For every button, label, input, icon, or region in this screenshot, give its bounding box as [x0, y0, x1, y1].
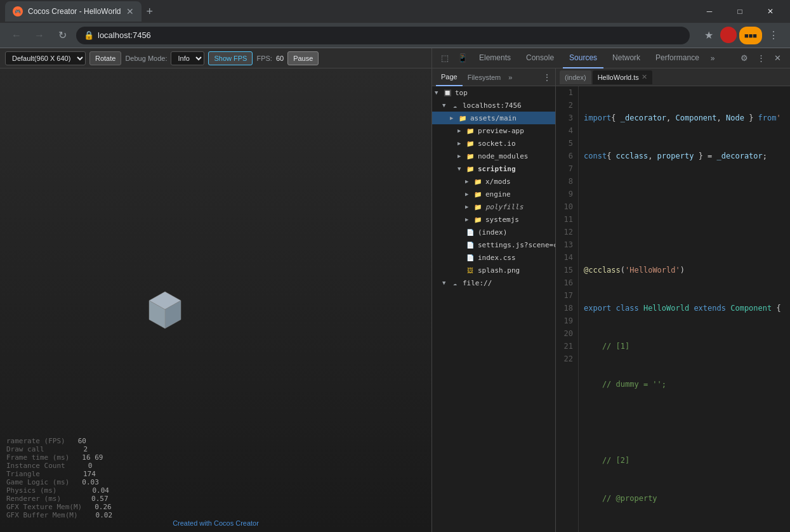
back-btn[interactable]: ←: [8, 27, 25, 44]
code-line-1: import { _decorator, Component, Node } f…: [584, 112, 785, 124]
file-png-icon: 🖼: [465, 265, 475, 275]
stat-gfxtexture: GFX Texture Mem(M)0.26: [6, 503, 112, 511]
tree-item-settings[interactable]: ▶ 📄 settings.js?scene=curre: [432, 238, 555, 251]
tab-network[interactable]: Network: [606, 48, 647, 68]
active-tab[interactable]: 🎮 Cocos Creator - HelloWorld ✕: [5, 1, 142, 22]
code-line-7: // [1]: [584, 340, 785, 353]
game-viewport: Default(960 X 640) Rotate Debug Mode: In…: [0, 48, 431, 532]
tab-elements[interactable]: Elements: [473, 48, 517, 68]
ft-menu-btn[interactable]: ⋮: [543, 72, 551, 82]
file-css-icon: 📄: [465, 252, 475, 263]
tab-title: Cocos Creator - HelloWorld: [28, 7, 121, 16]
maximize-btn[interactable]: □: [725, 1, 754, 22]
extension-btn[interactable]: ■■■: [739, 27, 762, 44]
tab-performance[interactable]: Performance: [649, 48, 706, 68]
code-line-9: [584, 416, 785, 429]
rotate-btn[interactable]: Rotate: [89, 51, 121, 65]
refresh-btn[interactable]: ↻: [53, 27, 71, 44]
devtools-device-btn[interactable]: 📱: [455, 51, 470, 66]
browser-chrome: 🎮 Cocos Creator - HelloWorld ✕ + ─ □ ✕ ←…: [0, 0, 790, 48]
tree-item-splash[interactable]: ▶ 🖼 splash.png: [432, 264, 555, 276]
ft-more-btn[interactable]: »: [508, 74, 512, 81]
pause-btn[interactable]: Pause: [287, 51, 319, 65]
tree-item-localhost[interactable]: ▼ ☁ localhost:7456: [432, 99, 555, 112]
code-line-11: // @property: [584, 492, 785, 505]
stat-drawcall: Draw call2: [6, 445, 112, 453]
tab-close-btn[interactable]: ✕: [126, 6, 134, 16]
debug-mode-select[interactable]: Info: [171, 51, 204, 65]
stat-instancecount: Instance Count0: [6, 462, 112, 470]
resolution-select[interactable]: Default(960 X 640): [5, 51, 86, 65]
devtools-kebab-btn[interactable]: ⋮: [753, 51, 768, 66]
tree-item-engine[interactable]: ▶ 📁 engine: [432, 188, 555, 200]
fps-label: FPS:: [256, 55, 272, 62]
tab-sources[interactable]: Sources: [563, 48, 603, 68]
tree-item-assets-main[interactable]: ▶ 📁 assets/main: [432, 112, 555, 124]
devtools-inspect-btn[interactable]: ⬚: [437, 51, 452, 66]
show-fps-btn[interactable]: Show FPS: [208, 51, 253, 65]
editor-tab-helloworld[interactable]: HelloWorld.ts ✕: [593, 70, 652, 84]
tree-item-xmods[interactable]: ▶ 📁 x/mods: [432, 175, 555, 188]
ft-tab-filesystem[interactable]: Filesystem: [463, 68, 506, 86]
code-line-6: export class HelloWorld extends Componen…: [584, 302, 785, 315]
main-content: Default(960 X 640) Rotate Debug Mode: In…: [0, 48, 790, 532]
tab-bar: 🎮 Cocos Creator - HelloWorld ✕ + ─ □ ✕: [0, 0, 790, 23]
code-line-10: // [2]: [584, 454, 785, 467]
devtools-close-btn[interactable]: ✕: [770, 51, 785, 66]
minimize-btn[interactable]: ─: [695, 1, 724, 22]
folder-orange-icon: 📁: [465, 126, 475, 136]
devtools-settings-btn[interactable]: ⚙: [737, 51, 752, 66]
tree-item-scripting[interactable]: ▼ 📁 scripting: [432, 162, 555, 175]
editor-tab-close-btn[interactable]: ✕: [642, 73, 647, 81]
code-line-3: [584, 188, 785, 200]
url-text: localhost:7456: [98, 30, 151, 40]
ft-tab-page[interactable]: Page: [436, 68, 463, 86]
code-line-2: const { ccclass, property } = _decorator…: [584, 150, 785, 162]
code-content: 12345 678910 1112131415 1617181920 2122 …: [556, 86, 790, 532]
menu-btn[interactable]: ⋮: [765, 27, 782, 44]
stat-physics: Physics (ms)0.04: [6, 486, 112, 495]
forward-btn[interactable]: →: [30, 27, 48, 44]
tree-item-socket-io[interactable]: ▶ 📁 socket.io: [432, 137, 555, 150]
tree-item-index-css[interactable]: ▶ 📄 index.css: [432, 251, 555, 264]
code-editor: (index) HelloWorld.ts ✕ 12345 678910 111…: [556, 68, 790, 532]
url-box[interactable]: 🔒 localhost:7456: [76, 27, 690, 44]
devtools-source-area: Page Filesystem » ⋮ ▼ 🔲 top ▼ ☁: [432, 68, 790, 532]
stat-triangle: Triangle174: [6, 470, 112, 478]
created-by-link[interactable]: Cocos Creator: [214, 519, 259, 527]
devtools-actions: ⚙ ⋮ ✕: [737, 51, 785, 66]
stat-framerate: ramerate (FPS)60: [6, 437, 112, 445]
stat-gamelogic: Game Logic (ms)0.03: [6, 478, 112, 486]
devtools-panel: ⬚ 📱 Elements Console Sources Network Per…: [431, 48, 790, 532]
tree-item-polyfills[interactable]: ▶ 📁 polyfills: [432, 200, 555, 213]
cube-3d: [140, 287, 190, 339]
editor-tab-index[interactable]: (index): [560, 70, 591, 84]
game-screen: ramerate (FPS)60 Draw call2 Frame time (…: [0, 68, 431, 532]
folder-engine-icon: 📁: [473, 189, 483, 199]
stats-overlay: ramerate (FPS)60 Draw call2 Frame time (…: [6, 437, 112, 519]
tree-item-preview-app[interactable]: ▶ 📁 preview-app: [432, 124, 555, 137]
source-code[interactable]: import { _decorator, Component, Node } f…: [579, 86, 790, 532]
created-by-prefix: Created with: [173, 519, 212, 527]
devtools-more-tabs[interactable]: »: [708, 54, 718, 63]
address-actions: ★ ■■■ ⋮: [700, 27, 782, 44]
new-tab-btn[interactable]: +: [142, 3, 159, 21]
tree-item-top[interactable]: ▼ 🔲 top: [432, 86, 555, 99]
tree-item-systemjs[interactable]: ▶ 📁 systemjs: [432, 213, 555, 226]
stat-frametime: Frame time (ms)16 69: [6, 453, 112, 462]
tab-console[interactable]: Console: [520, 48, 560, 68]
bookmark-btn[interactable]: ★: [700, 27, 718, 44]
file-tree-tabs: Page Filesystem » ⋮: [432, 68, 555, 86]
window-controls: ─ □ ✕: [695, 1, 785, 22]
file-tree: ▼ 🔲 top ▼ ☁ localhost:7456 ▶ 📁 asset: [432, 86, 555, 532]
tree-item-index[interactable]: ▶ 📄 (index): [432, 226, 555, 238]
close-btn[interactable]: ✕: [756, 1, 785, 22]
tree-item-node-modules[interactable]: ▶ 📁 node_modules: [432, 150, 555, 162]
file-tree-panel: Page Filesystem » ⋮ ▼ 🔲 top ▼ ☁: [432, 68, 556, 532]
profile-avatar[interactable]: [720, 27, 737, 43]
server-icon: ☁: [450, 100, 460, 110]
tree-item-file[interactable]: ▼ ☁ file://: [432, 276, 555, 289]
folder-socketio-icon: 📁: [465, 138, 475, 148]
stat-gfxbuffer: GFX Buffer Mem(M)0.02: [6, 511, 112, 519]
lock-icon: 🔒: [84, 30, 94, 40]
